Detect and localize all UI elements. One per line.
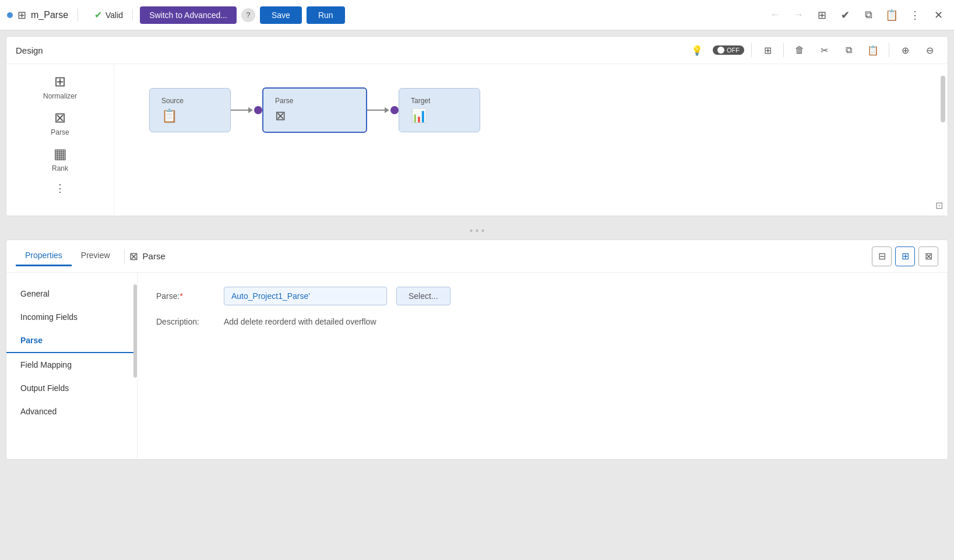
cut-icon[interactable]: ✂ <box>815 41 833 59</box>
sidebar-scrollbar[interactable] <box>133 273 137 459</box>
parse-node-icon: ⊠ <box>275 108 354 124</box>
normalizer-label: Normalizer <box>43 92 77 100</box>
connector-parse-target <box>367 106 399 114</box>
tab-separator <box>124 249 125 263</box>
app-icon: ⊞ <box>17 9 26 22</box>
app-dot <box>7 12 13 18</box>
tool-item-rank[interactable]: ▦ Rank <box>6 141 114 177</box>
save-button[interactable]: Save <box>260 6 302 24</box>
required-indicator: * <box>179 291 182 301</box>
panel-resize-handle[interactable]: • • • <box>0 222 954 240</box>
tool-item-normalizer[interactable]: ⊞ Normalizer <box>6 69 114 105</box>
delete-icon[interactable]: 🗑 <box>791 41 808 59</box>
redo-button[interactable]: → <box>790 6 807 24</box>
panel-title-section: ⊠ Parse <box>129 250 166 263</box>
bottom-panel-header: Properties Preview ⊠ Parse ⊟ ⊞ ⊠ <box>6 240 948 273</box>
parse-form-label: Parse:* <box>156 291 214 301</box>
canvas-area[interactable]: Source 📋 Parse ⊠ <box>114 64 948 216</box>
tab-properties[interactable]: Properties <box>16 246 72 266</box>
source-node-icon: 📋 <box>161 108 219 124</box>
tool-item-parse[interactable]: ⊠ Parse <box>6 105 114 141</box>
view-top-button[interactable]: ⊠ <box>918 246 938 266</box>
properties-sidebar: General Incoming Fields Parse Field Mapp… <box>6 273 138 459</box>
check-button[interactable]: ✔ <box>836 6 854 24</box>
parse-form-row: Parse:* Select... <box>156 287 929 305</box>
design-panel: Design 💡 OFF ⊞ 🗑 ✂ ⧉ 📋 ⊕ ⊖ ⊞ Normalizer <box>6 36 948 216</box>
view-split-button[interactable]: ⊞ <box>895 246 915 266</box>
canvas-container: ⊞ Normalizer ⊠ Parse ▦ Rank ⋮ Source 📋 <box>6 64 948 216</box>
toggle-label: OFF <box>727 47 740 54</box>
nav-general[interactable]: General <box>6 282 137 305</box>
parse-label: Parse <box>51 128 69 136</box>
status-section: ✔ Valid <box>85 9 133 20</box>
design-title: Design <box>16 45 43 55</box>
parse-node[interactable]: Parse ⊠ <box>262 87 367 133</box>
description-row: Description: Add delete reorderd with de… <box>156 317 929 326</box>
copy-icon[interactable]: ⧉ <box>840 41 857 59</box>
normalizer-icon: ⊞ <box>54 73 66 90</box>
grid-icon[interactable]: ⊞ <box>759 41 776 59</box>
toolbar-separator <box>751 43 752 57</box>
parse-input[interactable] <box>224 287 387 305</box>
panel-title: Parse <box>143 251 166 261</box>
grid-view-button[interactable]: ⊞ <box>813 6 830 24</box>
description-label: Description: <box>156 317 214 326</box>
rank-label: Rank <box>52 164 68 172</box>
parse-icon: ⊠ <box>54 110 66 126</box>
tab-preview[interactable]: Preview <box>72 246 119 266</box>
top-bar-right: ← → ⊞ ✔ ⧉ 📋 ⋮ ✕ <box>766 6 947 24</box>
clipboard-icon[interactable]: 📋 <box>864 41 882 59</box>
sidebar-tools: ⊞ Normalizer ⊠ Parse ▦ Rank ⋮ <box>6 64 114 216</box>
properties-content: General Incoming Fields Parse Field Mapp… <box>6 273 948 459</box>
more-tools-button[interactable]: ⋮ <box>6 177 114 199</box>
nav-advanced[interactable]: Advanced <box>6 400 137 423</box>
toggle-button[interactable]: OFF <box>713 45 744 55</box>
bottom-tabs: Properties Preview ⊠ Parse <box>16 246 166 266</box>
action-section: Switch to Advanced... ? Save Run <box>140 6 759 24</box>
toolbar-separator-2 <box>783 43 784 57</box>
sidebar-scroll-thumb <box>133 284 137 378</box>
panel-view-buttons: ⊟ ⊞ ⊠ <box>872 246 938 266</box>
nav-output-fields[interactable]: Output Fields <box>6 376 137 400</box>
nav-incoming-fields[interactable]: Incoming Fields <box>6 305 137 329</box>
app-title-section: ⊞ m_Parse <box>7 9 78 22</box>
parse-node-title: Parse <box>275 97 354 105</box>
flow-diagram: Source 📋 Parse ⊠ <box>114 64 948 156</box>
zoom-out-icon[interactable]: ⊖ <box>921 41 938 59</box>
top-bar: ⊞ m_Parse ✔ Valid Switch to Advanced... … <box>0 0 954 30</box>
help-button[interactable]: ? <box>241 8 255 22</box>
zoom-in-icon[interactable]: ⊕ <box>896 41 914 59</box>
select-button[interactable]: Select... <box>396 287 450 305</box>
switch-advanced-button[interactable]: Switch to Advanced... <box>140 6 237 24</box>
target-node-title: Target <box>411 97 468 105</box>
design-toolbar: 💡 OFF ⊞ 🗑 ✂ ⧉ 📋 ⊕ ⊖ <box>688 41 938 59</box>
description-value: Add delete reorderd with detailed overfl… <box>224 317 376 326</box>
source-node[interactable]: Source 📋 <box>149 88 231 132</box>
app-title: m_Parse <box>31 10 68 20</box>
scroll-thumb <box>941 76 945 122</box>
connector-source-parse <box>231 106 262 114</box>
design-header: Design 💡 OFF ⊞ 🗑 ✂ ⧉ 📋 ⊕ ⊖ <box>6 37 948 64</box>
more-options-button[interactable]: ⋮ <box>906 6 924 24</box>
target-node[interactable]: Target 📊 <box>399 88 480 132</box>
resize-icon[interactable]: ⊡ <box>935 200 943 211</box>
status-label: Valid <box>105 10 123 20</box>
nav-parse[interactable]: Parse <box>6 329 137 353</box>
source-node-title: Source <box>161 97 219 105</box>
canvas-scrollbar[interactable] <box>941 64 945 216</box>
lightbulb-icon[interactable]: 💡 <box>688 41 706 59</box>
copy-button[interactable]: ⧉ <box>860 6 877 24</box>
paste-button[interactable]: 📋 <box>883 6 900 24</box>
view-bottom-button[interactable]: ⊟ <box>872 246 892 266</box>
bottom-panel: Properties Preview ⊠ Parse ⊟ ⊞ ⊠ General… <box>6 240 948 460</box>
nav-field-mapping[interactable]: Field Mapping <box>6 353 137 376</box>
toolbar-separator-3 <box>889 43 889 57</box>
target-node-icon: 📊 <box>411 108 468 124</box>
run-button[interactable]: Run <box>307 6 345 24</box>
undo-button[interactable]: ← <box>766 6 784 24</box>
toggle-dot <box>717 47 724 54</box>
panel-title-icon: ⊠ <box>129 250 138 263</box>
status-check-icon: ✔ <box>94 9 102 20</box>
properties-main: Parse:* Select... Description: Add delet… <box>138 273 948 459</box>
close-button[interactable]: ✕ <box>930 6 947 24</box>
